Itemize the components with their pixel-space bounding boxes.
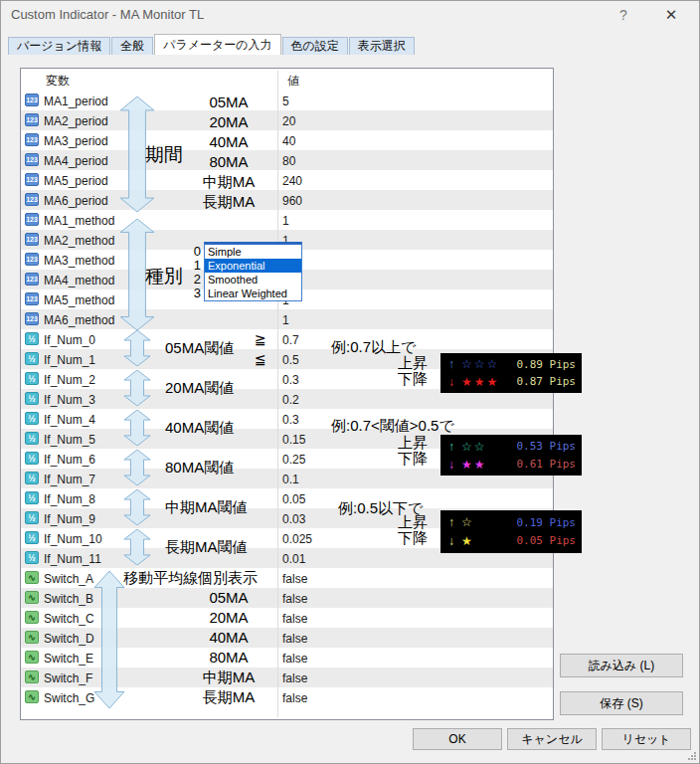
table-header: 変数 値 (21, 69, 553, 91)
param-value[interactable]: 0.01 (282, 552, 305, 566)
table-row[interactable]: ½ If_Num_8 0.05 (21, 488, 553, 508)
ok-button[interactable]: OK (413, 728, 502, 750)
table-row[interactable]: 123 MA6_method 1 (21, 309, 553, 329)
param-name: MA1_period (44, 95, 108, 108)
tab-colors[interactable]: 色の設定 (282, 37, 348, 55)
table-row[interactable]: ½ If_Num_4 0.3 (21, 409, 553, 429)
double-param-icon: ½ (25, 332, 39, 345)
double-param-icon: ½ (25, 452, 39, 465)
dropdown-item-simple[interactable]: Simple (205, 245, 301, 259)
param-value[interactable]: 0.7 (282, 333, 299, 347)
param-value[interactable]: 0.2 (282, 393, 299, 407)
int-param-icon: 123 (25, 94, 39, 106)
param-value[interactable]: 1 (282, 313, 289, 327)
param-value[interactable]: 0.3 (282, 413, 299, 427)
dropdown-item-linear-weighted[interactable]: Linear Weighted (205, 286, 301, 300)
table-row[interactable]: 123 MA3_period 40 (21, 130, 553, 150)
param-name: MA4_method (44, 274, 114, 287)
table-row[interactable]: ½ If_Num_0 0.7 (21, 329, 553, 349)
param-value[interactable]: false (282, 671, 307, 685)
column-divider (277, 71, 278, 717)
param-value[interactable]: false (282, 612, 307, 626)
cancel-button[interactable]: キャンセル (507, 728, 597, 750)
param-value[interactable]: false (282, 592, 307, 606)
table-row[interactable]: 123 MA1_method 1 (21, 210, 553, 230)
param-value[interactable]: 0.05 (282, 492, 305, 506)
table-row[interactable]: ½ If_Num_2 0.3 (21, 369, 553, 389)
param-value[interactable]: 0.5 (282, 353, 299, 367)
tab-common[interactable]: 全般 (111, 37, 153, 55)
double-param-icon: ½ (25, 392, 39, 405)
int-param-icon: 123 (25, 133, 39, 146)
bool-param-icon: ∿ (25, 571, 39, 584)
table-row[interactable]: ∿ Switch_A false (21, 568, 553, 588)
resize-grip-icon[interactable] (687, 751, 697, 761)
param-name: If_Num_2 (44, 373, 95, 387)
table-row[interactable]: ½ If_Num_9 0.03 (21, 508, 553, 528)
table-row[interactable]: ½ If_Num_5 0.15 (21, 429, 553, 449)
table-row[interactable]: 123 MA5_period 240 (21, 170, 553, 190)
int-param-icon: 123 (25, 173, 39, 186)
reset-button[interactable]: リセット (602, 728, 691, 750)
tab-parameters[interactable]: パラメーターの入力 (154, 34, 280, 55)
custom-indicator-dialog: Custom Indicator - MA Monitor TL ? ✕ バージ… (0, 0, 700, 764)
param-value[interactable]: 40 (282, 134, 295, 148)
param-name: Switch_B (44, 592, 93, 606)
table-row[interactable]: ½ If_Num_1 0.5 (21, 349, 553, 369)
double-param-icon: ½ (25, 531, 39, 544)
table-row[interactable]: 123 MA1_period 5 (21, 91, 553, 110)
param-name: MA6_period (44, 194, 108, 208)
param-name: If_Num_6 (44, 453, 95, 467)
ma-method-dropdown[interactable]: Simple Exponential Smoothed Linear Weigh… (204, 242, 302, 301)
param-value[interactable]: 0.3 (282, 373, 299, 387)
param-name: MA1_method (44, 214, 114, 228)
table-row[interactable]: ∿ Switch_G false (21, 687, 553, 707)
table-row[interactable]: ½ If_Num_3 0.2 (21, 389, 553, 409)
param-value[interactable]: 1 (282, 214, 289, 228)
table-row[interactable]: ∿ Switch_D false (21, 628, 553, 648)
bool-param-icon: ∿ (25, 651, 39, 664)
table-row[interactable]: 123 MA2_period 20 (21, 110, 553, 130)
param-value[interactable]: false (282, 691, 307, 705)
save-button[interactable]: 保存 (S) (560, 691, 683, 715)
load-button[interactable]: 読み込み (L) (560, 654, 683, 677)
param-name: If_Num_1 (44, 353, 95, 367)
param-value[interactable]: false (282, 632, 307, 646)
param-value[interactable]: 240 (282, 174, 302, 188)
column-header-value: 値 (287, 73, 299, 90)
tab-version-info[interactable]: バージョン情報 (8, 37, 110, 55)
table-row[interactable]: 123 MA4_period 80 (21, 150, 553, 170)
int-param-icon: 123 (25, 193, 39, 206)
table-row[interactable]: 123 MA6_period 960 (21, 190, 553, 210)
param-value[interactable]: false (282, 572, 307, 586)
param-value[interactable]: 5 (282, 95, 289, 108)
param-value[interactable]: 80 (282, 154, 295, 168)
param-name: Switch_F (44, 671, 92, 685)
table-row[interactable]: ∿ Switch_C false (21, 608, 553, 628)
param-name: If_Num_9 (44, 512, 95, 526)
param-value[interactable]: 0.15 (282, 433, 305, 447)
table-row[interactable]: ∿ Switch_B false (21, 588, 553, 608)
param-value[interactable]: 0.1 (282, 473, 299, 486)
table-row[interactable]: ½ If_Num_6 0.25 (21, 449, 553, 469)
param-name: MA2_method (44, 234, 114, 248)
param-value[interactable]: 0.25 (282, 453, 305, 467)
dropdown-item-smoothed[interactable]: Smoothed (205, 273, 301, 286)
double-param-icon: ½ (25, 372, 39, 385)
tab-visualization[interactable]: 表示選択 (349, 37, 415, 55)
param-value[interactable]: 960 (282, 194, 302, 208)
table-row[interactable]: ½ If_Num_11 0.01 (21, 548, 553, 568)
param-value[interactable]: 0.025 (282, 532, 312, 546)
param-value[interactable]: false (282, 652, 307, 666)
help-icon[interactable]: ? (609, 4, 638, 26)
table-row[interactable]: ∿ Switch_E false (21, 648, 553, 668)
table-row[interactable]: ∿ Switch_F false (21, 668, 553, 687)
param-value[interactable]: 0.03 (282, 512, 305, 526)
table-row[interactable]: ½ If_Num_10 0.025 (21, 528, 553, 548)
double-param-icon: ½ (25, 412, 39, 425)
param-value[interactable]: 20 (282, 114, 295, 128)
dropdown-item-exponential[interactable]: Exponential (205, 259, 301, 273)
bool-param-icon: ∿ (25, 690, 39, 703)
close-icon[interactable]: ✕ (656, 4, 686, 26)
table-row[interactable]: ½ If_Num_7 0.1 (21, 469, 553, 488)
